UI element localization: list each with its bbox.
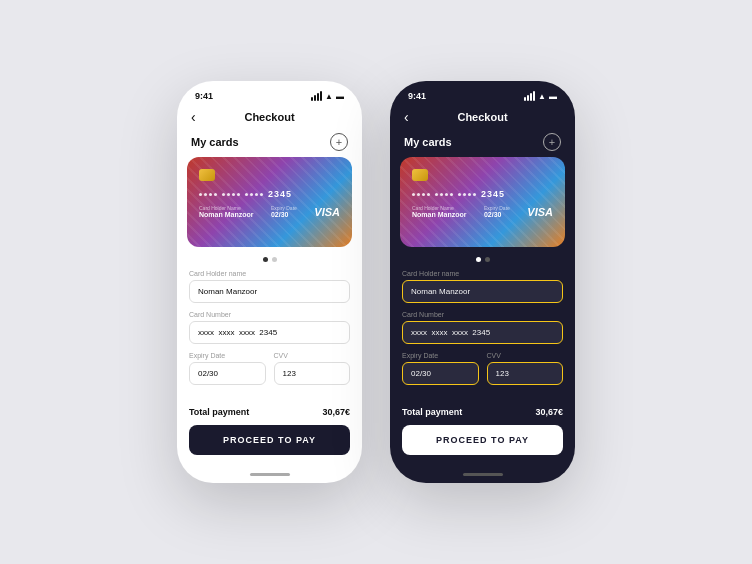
dots-indicator-dark <box>390 253 575 270</box>
card-chip-light <box>199 169 215 181</box>
dot-inactive-dark <box>485 257 490 262</box>
my-cards-label-dark: My cards <box>404 136 452 148</box>
card-bottom-dark: Card Holder Name Noman Manzoor Expiry Da… <box>412 205 553 218</box>
card-container-light: 2345 Card Holder Name Noman Manzoor Expi… <box>177 157 362 253</box>
holder-label-light: Card Holder name <box>189 270 350 277</box>
card-last4-light: 2345 <box>268 189 292 199</box>
form-light: Card Holder name Card Number Expiry Date… <box>177 270 362 401</box>
time-dark: 9:41 <box>408 91 426 101</box>
card-holder-name-dark: Noman Manzoor <box>412 211 466 218</box>
credit-card-light: 2345 Card Holder Name Noman Manzoor Expi… <box>187 157 352 247</box>
card-last4-dark: 2345 <box>481 189 505 199</box>
expiry-label-light: Expiry Date <box>189 352 266 359</box>
back-button-dark[interactable]: ‹ <box>404 109 409 125</box>
status-bar-dark: 9:41 ▲ ▬ <box>390 81 575 105</box>
time-light: 9:41 <box>195 91 213 101</box>
card-number-row-light: 2345 <box>199 189 340 199</box>
number-field-group-light: Card Number <box>189 311 350 344</box>
cvv-label-dark: CVV <box>487 352 564 359</box>
total-amount-dark: 30,67€ <box>535 407 563 417</box>
total-label-light: Total payment <box>189 407 249 417</box>
signal-icon-dark <box>524 91 535 101</box>
number-input-dark[interactable] <box>402 321 563 344</box>
dots-indicator-light <box>177 253 362 270</box>
visa-logo-light: VISA <box>314 206 340 218</box>
phones-container: 9:41 ▲ ▬ ‹ Checkout My cards + <box>157 41 595 523</box>
home-bar-light <box>250 473 290 476</box>
status-bar-light: 9:41 ▲ ▬ <box>177 81 362 105</box>
total-row-light: Total payment 30,67€ <box>177 401 362 425</box>
card-number-row-dark: 2345 <box>412 189 553 199</box>
home-bar-dark <box>463 473 503 476</box>
expiry-input-dark[interactable] <box>402 362 479 385</box>
total-amount-light: 30,67€ <box>322 407 350 417</box>
proceed-button-light[interactable]: PROCEED TO PAY <box>189 425 350 455</box>
cvv-label-light: CVV <box>274 352 351 359</box>
add-card-button-light[interactable]: + <box>330 133 348 151</box>
battery-icon: ▬ <box>336 92 344 101</box>
card-chip-dark <box>412 169 428 181</box>
number-label-dark: Card Number <box>402 311 563 318</box>
expiry-label-dark: Expiry Date <box>402 352 479 359</box>
cvv-input-dark[interactable] <box>487 362 564 385</box>
home-indicator-light <box>177 469 362 483</box>
form-dark: Card Holder name Card Number Expiry Date… <box>390 270 575 401</box>
light-phone: 9:41 ▲ ▬ ‹ Checkout My cards + <box>177 81 362 483</box>
expiry-cvv-row-dark: Expiry Date CVV <box>402 352 563 393</box>
cvv-input-light[interactable] <box>274 362 351 385</box>
number-input-light[interactable] <box>189 321 350 344</box>
holder-input-dark[interactable] <box>402 280 563 303</box>
card-bottom-light: Card Holder Name Noman Manzoor Expiry Da… <box>199 205 340 218</box>
total-label-dark: Total payment <box>402 407 462 417</box>
proceed-button-dark[interactable]: PROCEED TO PAY <box>402 425 563 455</box>
expiry-input-light[interactable] <box>189 362 266 385</box>
holder-field-group-light: Card Holder name <box>189 270 350 303</box>
wifi-icon: ▲ <box>325 92 333 101</box>
holder-input-light[interactable] <box>189 280 350 303</box>
my-cards-label-light: My cards <box>191 136 239 148</box>
dot-active-light <box>263 257 268 262</box>
wifi-icon-dark: ▲ <box>538 92 546 101</box>
credit-card-dark: 2345 Card Holder Name Noman Manzoor Expi… <box>400 157 565 247</box>
battery-icon-dark: ▬ <box>549 92 557 101</box>
card-holder-name-light: Noman Manzoor <box>199 211 253 218</box>
add-card-button-dark[interactable]: + <box>543 133 561 151</box>
back-button-light[interactable]: ‹ <box>191 109 196 125</box>
total-row-dark: Total payment 30,67€ <box>390 401 575 425</box>
dot-inactive-light <box>272 257 277 262</box>
card-expiry-value-dark: 02/30 <box>484 211 510 218</box>
header-dark: ‹ Checkout <box>390 105 575 129</box>
number-field-group-dark: Card Number <box>402 311 563 344</box>
home-indicator-dark <box>390 469 575 483</box>
status-icons-light: ▲ ▬ <box>311 91 344 101</box>
dark-phone: 9:41 ▲ ▬ ‹ Checkout My cards + <box>390 81 575 483</box>
header-title-light: Checkout <box>244 111 294 123</box>
my-cards-row-dark: My cards + <box>390 129 575 157</box>
header-light: ‹ Checkout <box>177 105 362 129</box>
signal-icon <box>311 91 322 101</box>
card-container-dark: 2345 Card Holder Name Noman Manzoor Expi… <box>390 157 575 253</box>
my-cards-row-light: My cards + <box>177 129 362 157</box>
dot-active-dark <box>476 257 481 262</box>
header-title-dark: Checkout <box>457 111 507 123</box>
number-label-light: Card Number <box>189 311 350 318</box>
expiry-cvv-row-light: Expiry Date CVV <box>189 352 350 393</box>
holder-field-group-dark: Card Holder name <box>402 270 563 303</box>
visa-logo-dark: VISA <box>527 206 553 218</box>
card-expiry-value-light: 02/30 <box>271 211 297 218</box>
status-icons-dark: ▲ ▬ <box>524 91 557 101</box>
holder-label-dark: Card Holder name <box>402 270 563 277</box>
